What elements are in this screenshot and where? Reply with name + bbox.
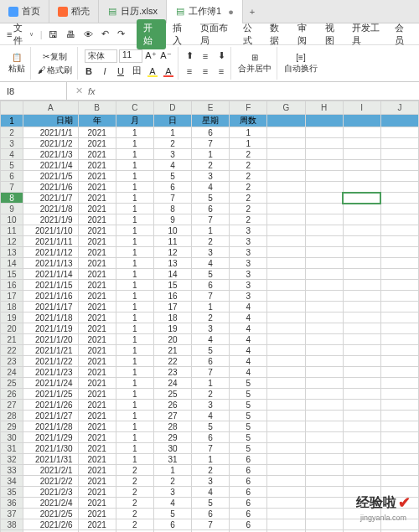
row-header-13[interactable]: 13 bbox=[1, 247, 23, 258]
tab-daoke[interactable]: 稻壳 bbox=[49, 0, 99, 23]
cell-F19[interactable]: 4 bbox=[230, 312, 267, 323]
cell-H18[interactable] bbox=[305, 302, 343, 312]
cell-F14[interactable]: 3 bbox=[230, 258, 267, 269]
cell-E16[interactable]: 6 bbox=[192, 280, 230, 291]
cell-H1[interactable] bbox=[305, 115, 343, 127]
cell-A10[interactable]: 2021/1/9 bbox=[23, 214, 78, 225]
row-header-11[interactable]: 11 bbox=[1, 225, 23, 236]
bold-button[interactable]: B bbox=[82, 65, 96, 78]
cell-B1[interactable]: 年 bbox=[78, 115, 116, 127]
cell-J19[interactable] bbox=[380, 312, 418, 323]
cell-C34[interactable]: 2 bbox=[116, 476, 153, 487]
cell-B23[interactable]: 2021 bbox=[78, 356, 116, 367]
cell-C5[interactable]: 1 bbox=[116, 160, 153, 171]
cell-J28[interactable] bbox=[380, 411, 418, 421]
ribbon-tab-member[interactable]: 会员 bbox=[390, 19, 416, 49]
cell-J11[interactable] bbox=[380, 225, 418, 236]
cell-D14[interactable]: 13 bbox=[153, 258, 191, 269]
cell-G33[interactable] bbox=[267, 465, 305, 476]
cell-C33[interactable]: 2 bbox=[116, 465, 153, 476]
font-size-select[interactable]: 11 bbox=[119, 49, 142, 63]
cell-G25[interactable] bbox=[267, 378, 305, 389]
cell-A37[interactable]: 2021/2/5 bbox=[23, 509, 78, 519]
cell-B29[interactable]: 2021 bbox=[78, 421, 116, 432]
align-center-icon[interactable]: ≡ bbox=[199, 65, 212, 78]
cell-F11[interactable]: 3 bbox=[230, 225, 267, 236]
increase-font-icon[interactable]: A⁺ bbox=[144, 49, 158, 63]
cell-G4[interactable] bbox=[267, 149, 305, 160]
cell-I15[interactable] bbox=[343, 269, 380, 280]
cell-I22[interactable] bbox=[343, 345, 380, 356]
cell-H36[interactable] bbox=[305, 498, 343, 509]
cell-A38[interactable]: 2021/2/6 bbox=[23, 519, 78, 530]
cell-J18[interactable] bbox=[380, 302, 418, 312]
cell-G15[interactable] bbox=[267, 269, 305, 280]
cell-C28[interactable]: 1 bbox=[116, 411, 153, 421]
cell-J17[interactable] bbox=[380, 291, 418, 302]
cell-D37[interactable]: 5 bbox=[153, 509, 191, 519]
menu-button[interactable]: ≡ 文件 ∨ bbox=[3, 20, 37, 49]
cell-A34[interactable]: 2021/2/2 bbox=[23, 476, 78, 487]
decrease-font-icon[interactable]: A⁻ bbox=[159, 49, 173, 63]
cell-C10[interactable]: 1 bbox=[116, 214, 153, 225]
cell-A8[interactable]: 2021/1/7 bbox=[23, 193, 78, 204]
cell-E27[interactable]: 3 bbox=[192, 400, 230, 411]
cell-F20[interactable]: 4 bbox=[230, 323, 267, 334]
paste-button[interactable]: 📋粘贴 bbox=[6, 52, 28, 75]
cell-H38[interactable] bbox=[305, 519, 343, 530]
cell-J20[interactable] bbox=[380, 323, 418, 334]
cell-D16[interactable]: 15 bbox=[153, 280, 191, 291]
cell-G29[interactable] bbox=[267, 421, 305, 432]
cell-H14[interactable] bbox=[305, 258, 343, 269]
cell-D21[interactable]: 20 bbox=[153, 334, 191, 345]
cell-I30[interactable] bbox=[343, 432, 380, 443]
cell-C18[interactable]: 1 bbox=[116, 302, 153, 312]
cell-H32[interactable] bbox=[305, 454, 343, 465]
undo-icon[interactable]: ↶ bbox=[98, 27, 112, 41]
cell-J13[interactable] bbox=[380, 247, 418, 258]
cell-J6[interactable] bbox=[380, 171, 418, 182]
row-header-19[interactable]: 19 bbox=[1, 312, 23, 323]
cell-D8[interactable]: 7 bbox=[153, 193, 191, 204]
cell-F6[interactable]: 2 bbox=[230, 171, 267, 182]
cell-H11[interactable] bbox=[305, 225, 343, 236]
font-color-button[interactable]: A bbox=[162, 65, 175, 78]
row-header-25[interactable]: 25 bbox=[1, 378, 23, 389]
row-header-32[interactable]: 32 bbox=[1, 454, 23, 465]
col-header-I[interactable]: I bbox=[343, 101, 380, 115]
cell-D1[interactable]: 日 bbox=[153, 115, 191, 127]
cell-G24[interactable] bbox=[267, 367, 305, 378]
col-header-G[interactable]: G bbox=[267, 101, 305, 115]
wrap-button[interactable]: [≡]自动换行 bbox=[282, 52, 320, 75]
col-header-D[interactable]: D bbox=[153, 101, 191, 115]
cell-D5[interactable]: 4 bbox=[153, 160, 191, 171]
cell-G37[interactable] bbox=[267, 509, 305, 519]
cell-J22[interactable] bbox=[380, 345, 418, 356]
cell-D11[interactable]: 10 bbox=[153, 225, 191, 236]
cell-A21[interactable]: 2021/1/20 bbox=[23, 334, 78, 345]
row-header-18[interactable]: 18 bbox=[1, 302, 23, 312]
cell-A33[interactable]: 2021/2/1 bbox=[23, 465, 78, 476]
cell-C26[interactable]: 1 bbox=[116, 389, 153, 400]
cell-D25[interactable]: 24 bbox=[153, 378, 191, 389]
cell-I29[interactable] bbox=[343, 421, 380, 432]
cell-A11[interactable]: 2021/1/10 bbox=[23, 225, 78, 236]
cell-D2[interactable]: 1 bbox=[153, 127, 191, 138]
cell-D28[interactable]: 27 bbox=[153, 411, 191, 421]
cell-B11[interactable]: 2021 bbox=[78, 225, 116, 236]
cell-B27[interactable]: 2021 bbox=[78, 400, 116, 411]
cell-D26[interactable]: 25 bbox=[153, 389, 191, 400]
cell-G5[interactable] bbox=[267, 160, 305, 171]
ribbon-tab-formula[interactable]: 公式 bbox=[238, 19, 264, 49]
row-header-38[interactable]: 38 bbox=[1, 519, 23, 530]
row-header-5[interactable]: 5 bbox=[1, 160, 23, 171]
cell-E14[interactable]: 4 bbox=[192, 258, 230, 269]
cell-C3[interactable]: 1 bbox=[116, 138, 153, 149]
cell-I11[interactable] bbox=[343, 225, 380, 236]
cell-G23[interactable] bbox=[267, 356, 305, 367]
cell-J14[interactable] bbox=[380, 258, 418, 269]
cell-B25[interactable]: 2021 bbox=[78, 378, 116, 389]
cell-D7[interactable]: 6 bbox=[153, 182, 191, 193]
cell-F1[interactable]: 周数 bbox=[230, 115, 267, 127]
row-header-24[interactable]: 24 bbox=[1, 367, 23, 378]
